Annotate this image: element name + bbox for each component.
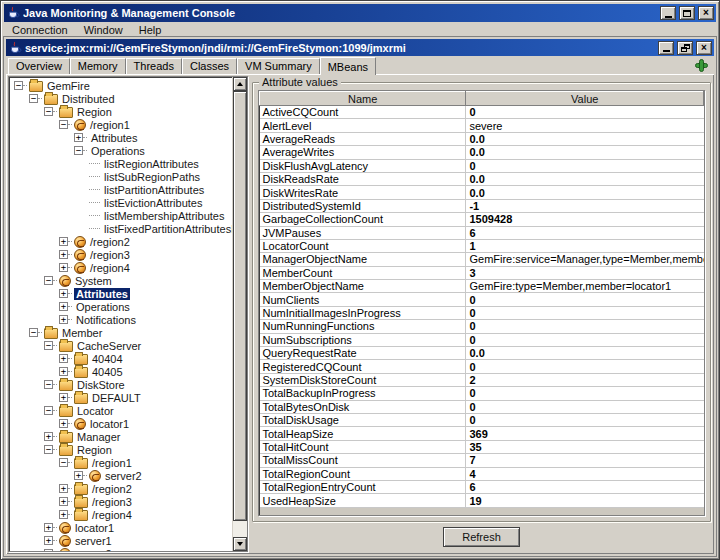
expand-toggle-icon[interactable]: + — [59, 263, 68, 272]
expand-toggle-icon[interactable]: + — [59, 289, 68, 298]
attribute-row-numrunningfunctions[interactable]: NumRunningFunctions0 — [260, 320, 704, 333]
expand-toggle-icon[interactable]: + — [59, 302, 68, 311]
expand-toggle-icon[interactable]: + — [59, 419, 68, 428]
tree-node-member[interactable]: −Member — [9, 326, 232, 339]
tree-node-label[interactable]: listSubRegionPaths — [102, 171, 202, 183]
tree-node-default[interactable]: +DEFAULT — [9, 391, 232, 404]
collapse-toggle-icon[interactable]: − — [44, 406, 53, 415]
tree-node-label[interactable]: /region4 — [88, 262, 132, 274]
tree-node-region3[interactable]: +/region3 — [9, 495, 232, 508]
attribute-row-averagereads[interactable]: AverageReads0.0 — [260, 132, 704, 145]
tree-node-server2[interactable]: +server2 — [9, 547, 232, 551]
tree-node-region1[interactable]: −/region1 — [9, 456, 232, 469]
tree-node-diskstore[interactable]: −DiskStore — [9, 378, 232, 391]
attribute-row-membercount[interactable]: MemberCount3 — [260, 266, 704, 279]
tree-node-label[interactable]: /region3 — [88, 249, 132, 261]
tree-node-label[interactable]: Region — [75, 444, 114, 456]
tree-node-40405[interactable]: +40405 — [9, 365, 232, 378]
menu-item-help[interactable]: Help — [135, 24, 166, 36]
tree-node-label[interactable]: listMembershipAttributes — [102, 210, 226, 222]
expand-toggle-icon[interactable]: + — [74, 471, 83, 480]
tab-vm-summary[interactable]: VM Summary — [237, 58, 320, 74]
tree-node-label[interactable]: Locator — [75, 405, 116, 417]
expand-toggle-icon[interactable]: + — [59, 393, 68, 402]
tree-node-label[interactable]: DEFAULT — [90, 392, 143, 404]
attribute-row-locatorcount[interactable]: LocatorCount1 — [260, 239, 704, 252]
tree-node-label[interactable]: Attributes — [89, 132, 139, 144]
tree-node-listsubregionpaths[interactable]: listSubRegionPaths — [9, 170, 232, 183]
attribute-row-memberobjectname[interactable]: MemberObjectNameGemFire:type=Member,memb… — [260, 280, 704, 293]
tree-node-locator1[interactable]: +locator1 — [9, 417, 232, 430]
expand-toggle-icon[interactable]: + — [59, 367, 68, 376]
tree-node-region[interactable]: −Region — [9, 443, 232, 456]
expand-toggle-icon[interactable]: + — [59, 315, 68, 324]
attribute-row-jvmpauses[interactable]: JVMPauses6 — [260, 226, 704, 239]
tree-node-label[interactable]: GemFire — [45, 80, 92, 92]
attribute-row-numsubscriptions[interactable]: NumSubscriptions0 — [260, 333, 704, 346]
expand-toggle-icon[interactable]: + — [59, 237, 68, 246]
tab-overview[interactable]: Overview — [8, 58, 70, 74]
tree-node-label[interactable]: server1 — [73, 535, 114, 547]
attribute-row-totalmisscount[interactable]: TotalMissCount7 — [260, 454, 704, 467]
attribute-row-totaldiskusage[interactable]: TotalDiskUsage0 — [260, 413, 704, 426]
tree-node-region4[interactable]: +/region4 — [9, 508, 232, 521]
tree-node-cacheserver[interactable]: −CacheServer — [9, 339, 232, 352]
inner-minimize-button[interactable] — [658, 41, 674, 55]
menu-item-window[interactable]: Window — [80, 24, 127, 36]
attribute-row-averagewrites[interactable]: AverageWrites0.0 — [260, 146, 704, 159]
attribute-row-totalheapsize[interactable]: TotalHeapSize369 — [260, 427, 704, 440]
collapse-toggle-icon[interactable]: − — [44, 380, 53, 389]
tree-node-listfixedpartitionattributesdata[interactable]: listFixedPartitionAttributesData — [9, 222, 232, 235]
expand-toggle-icon[interactable]: + — [59, 250, 68, 259]
expand-toggle-icon[interactable]: + — [59, 484, 68, 493]
refresh-button[interactable]: Refresh — [443, 527, 520, 547]
tree-node-region2[interactable]: +/region2 — [9, 235, 232, 248]
attribute-row-managerobjectname[interactable]: ManagerObjectNameGemFire:service=Manager… — [260, 253, 704, 266]
tree-node-server1[interactable]: +server1 — [9, 534, 232, 547]
collapse-toggle-icon[interactable]: − — [29, 328, 38, 337]
tree-node-label[interactable]: /region2 — [90, 483, 134, 495]
expand-toggle-icon[interactable]: + — [44, 432, 53, 441]
expand-toggle-icon[interactable]: + — [44, 549, 53, 551]
tree-node-label[interactable]: Operations — [74, 301, 132, 313]
column-header-name[interactable]: Name — [260, 92, 466, 106]
tree-node-label[interactable]: listEvictionAttributes — [102, 197, 204, 209]
tree-node-label[interactable]: Operations — [89, 145, 147, 157]
tree-node-locator1[interactable]: +locator1 — [9, 521, 232, 534]
attribute-row-diskreadsrate[interactable]: DiskReadsRate0.0 — [260, 172, 704, 185]
scrollbar-thumb[interactable] — [233, 91, 247, 521]
attribute-row-alertlevel[interactable]: AlertLevelsevere — [260, 119, 704, 132]
tree-node-label[interactable]: Notifications — [74, 314, 138, 326]
collapse-toggle-icon[interactable]: − — [44, 107, 53, 116]
attribute-row-diskflushavglatency[interactable]: DiskFlushAvgLatency0 — [260, 159, 704, 172]
tree-node-listregionattributes[interactable]: listRegionAttributes — [9, 157, 232, 170]
tree-node-label[interactable]: listRegionAttributes — [102, 158, 201, 170]
tree-node-label[interactable]: server2 — [73, 548, 114, 552]
tree-node-listmembershipattributes[interactable]: listMembershipAttributes — [9, 209, 232, 222]
tree-node-label[interactable]: Attributes — [74, 288, 130, 300]
tree-node-label[interactable]: /region2 — [88, 236, 132, 248]
tab-mbeans[interactable]: MBeans — [320, 57, 376, 75]
collapse-toggle-icon[interactable]: − — [44, 276, 53, 285]
expand-toggle-icon[interactable]: + — [44, 523, 53, 532]
tree-node-label[interactable]: 40405 — [90, 366, 125, 378]
tab-classes[interactable]: Classes — [182, 58, 237, 74]
tree-node-label[interactable]: /region3 — [90, 496, 134, 508]
tree-node-manager[interactable]: +Manager — [9, 430, 232, 443]
tree-node-label[interactable]: listFixedPartitionAttributesData — [102, 223, 232, 235]
expand-toggle-icon[interactable]: + — [44, 536, 53, 545]
tree-node-operations[interactable]: +Operations — [9, 300, 232, 313]
column-header-value[interactable]: Value — [466, 92, 704, 106]
tree-node-listpartitionattributes[interactable]: listPartitionAttributes — [9, 183, 232, 196]
expand-toggle-icon[interactable]: + — [59, 510, 68, 519]
scroll-down-button[interactable] — [233, 537, 247, 551]
tree-node-label[interactable]: DiskStore — [75, 379, 127, 391]
tree-node-label[interactable]: Distributed — [60, 93, 117, 105]
tree-node-region4[interactable]: +/region4 — [9, 261, 232, 274]
collapse-toggle-icon[interactable]: − — [74, 146, 83, 155]
tree-node-region[interactable]: −Region — [9, 105, 232, 118]
tree-node-label[interactable]: locator1 — [73, 522, 116, 534]
collapse-toggle-icon[interactable]: − — [59, 120, 68, 129]
minimize-button[interactable] — [660, 6, 676, 20]
attribute-row-totalbackupinprogress[interactable]: TotalBackupInProgress0 — [260, 387, 704, 400]
